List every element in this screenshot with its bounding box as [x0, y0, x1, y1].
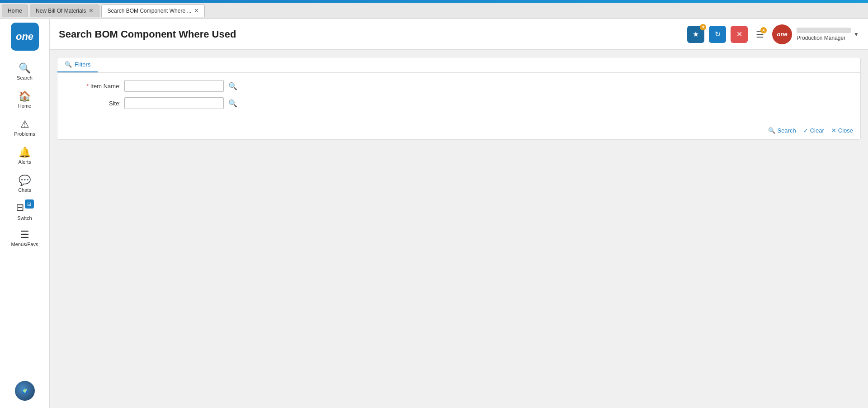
- site-input[interactable]: [124, 97, 224, 109]
- sidebar-alerts-label: Alerts: [18, 159, 31, 165]
- filter-icon: 🔍: [65, 61, 72, 68]
- user-dropdown[interactable]: Production Manager ▼: [797, 28, 859, 41]
- bell-icon: 🔔: [19, 147, 31, 157]
- filter-row-site: Site: 🔍: [66, 97, 851, 109]
- clear-action-label: Clear: [810, 127, 824, 134]
- content-body: 🔍 Filters * Item Name: 🔍: [50, 50, 868, 408]
- favorite-badge: ★: [700, 24, 706, 30]
- tab-row: Home New Bill Of Materials ✕ Search BOM …: [0, 3, 868, 19]
- favorite-button[interactable]: ★ ★: [687, 26, 704, 43]
- tab-home-label: Home: [8, 8, 22, 14]
- user-info: Production Manager: [797, 28, 851, 41]
- sidebar-home-label: Home: [18, 103, 31, 109]
- tab-home[interactable]: Home: [2, 5, 28, 17]
- sidebar-item-alerts[interactable]: 🔔 Alerts: [0, 142, 49, 170]
- filter-panel: 🔍 Filters * Item Name: 🔍: [57, 57, 861, 140]
- content-area: Search BOM Component Where Used ★ ★ ↻ ✕ …: [50, 19, 868, 408]
- site-label: Site:: [66, 100, 121, 107]
- hamburger-menu-button[interactable]: ☰ ★: [752, 27, 768, 42]
- page-title: Search BOM Component Where Used: [59, 28, 236, 40]
- filter-body: * Item Name: 🔍 Site: 🔍: [57, 73, 860, 123]
- header-actions: ★ ★ ↻ ✕ ☰ ★ one: [687, 24, 859, 44]
- user-avatar-header: one: [772, 24, 792, 44]
- sidebar-item-menus-favs[interactable]: ☰ Menus/Favs: [0, 224, 49, 252]
- search-action-icon: 🔍: [768, 127, 775, 134]
- tab-new-bom-label: New Bill Of Materials: [36, 8, 86, 14]
- sidebar-item-switch[interactable]: ⊟ ⊟ Switch: [0, 198, 49, 224]
- user-role-label: Production Manager: [797, 35, 851, 41]
- tab-search-bom[interactable]: Search BOM Component Where ... ✕: [101, 5, 205, 17]
- sidebar-item-chats[interactable]: 💬 Chats: [0, 170, 49, 198]
- site-lookup-icon: 🔍: [228, 100, 237, 107]
- logo[interactable]: one: [11, 23, 39, 51]
- refresh-icon: ↻: [715, 30, 721, 38]
- sidebar: one 🔍 Search 🏠 Home ⚠ Problems 🔔 Alerts …: [0, 19, 50, 408]
- filter-row-item-name: * Item Name: 🔍: [66, 80, 851, 92]
- dropdown-arrow-icon: ▼: [854, 31, 859, 38]
- close-action-icon: ✕: [831, 127, 836, 134]
- switch-icons-group: ⊟ ⊟: [16, 202, 34, 213]
- switch-icon: ⊟: [16, 202, 24, 213]
- clear-action-icon: ✓: [803, 127, 808, 134]
- lookup-icon: 🔍: [228, 82, 237, 90]
- item-name-label: * Item Name:: [66, 83, 121, 90]
- tab-search-bom-label: Search BOM Component Where ...: [107, 8, 191, 14]
- sidebar-problems-label: Problems: [14, 131, 35, 137]
- clear-link[interactable]: ✓ Clear: [803, 127, 824, 134]
- filter-tabs: 🔍 Filters: [57, 57, 860, 73]
- home-icon: 🏠: [19, 91, 31, 101]
- item-name-input[interactable]: [124, 80, 224, 92]
- close-icon: ✕: [736, 30, 742, 38]
- tab-filters[interactable]: 🔍 Filters: [57, 57, 98, 72]
- menu-icon: ☰: [20, 230, 29, 240]
- filter-tab-label: Filters: [75, 61, 90, 68]
- content-header: Search BOM Component Where Used ★ ★ ↻ ✕ …: [50, 19, 868, 50]
- avatar-image: 🌍: [15, 381, 35, 401]
- menu-notification-badge: ★: [760, 27, 767, 33]
- tab-new-bom-close[interactable]: ✕: [89, 8, 94, 14]
- required-indicator: *: [86, 83, 89, 90]
- site-lookup-button[interactable]: 🔍: [227, 98, 238, 109]
- star-icon: ★: [693, 30, 699, 38]
- user-avatar-initials: one: [777, 31, 788, 38]
- chat-icon: 💬: [19, 176, 31, 185]
- main-layout: one 🔍 Search 🏠 Home ⚠ Problems 🔔 Alerts …: [0, 19, 868, 408]
- sidebar-item-search[interactable]: 🔍 Search: [0, 58, 49, 86]
- sidebar-chats-label: Chats: [18, 187, 31, 193]
- switch-badge: ⊟: [25, 199, 34, 209]
- user-name-blurred: [797, 28, 851, 33]
- sidebar-search-label: Search: [17, 75, 33, 81]
- warning-icon: ⚠: [20, 119, 29, 129]
- sidebar-switch-label: Switch: [17, 215, 32, 221]
- close-action-label: Close: [838, 127, 853, 134]
- sidebar-item-home[interactable]: 🏠 Home: [0, 86, 49, 114]
- close-link[interactable]: ✕ Close: [831, 127, 853, 134]
- search-action-label: Search: [777, 127, 796, 134]
- item-name-lookup-button[interactable]: 🔍: [227, 81, 238, 91]
- tab-new-bom[interactable]: New Bill Of Materials ✕: [30, 5, 99, 17]
- tab-search-bom-close[interactable]: ✕: [194, 8, 199, 14]
- user-avatar-sidebar[interactable]: 🌍: [15, 381, 35, 401]
- logo-text: one: [16, 31, 33, 43]
- refresh-button[interactable]: ↻: [709, 26, 726, 43]
- close-button[interactable]: ✕: [731, 26, 748, 43]
- sidebar-item-problems[interactable]: ⚠ Problems: [0, 114, 49, 142]
- filter-actions: 🔍 Search ✓ Clear ✕ Close: [57, 123, 860, 139]
- sidebar-menus-label: Menus/Favs: [11, 242, 38, 247]
- search-link[interactable]: 🔍 Search: [768, 127, 796, 134]
- search-icon: 🔍: [19, 63, 31, 73]
